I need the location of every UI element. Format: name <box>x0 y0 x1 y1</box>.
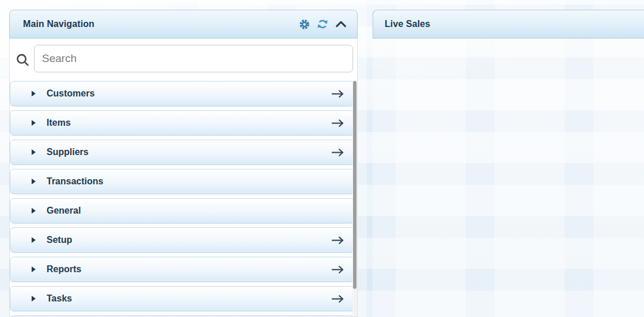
nav-item-label: Tasks <box>47 293 72 304</box>
search-icon <box>15 52 30 70</box>
caret-right-icon <box>32 237 36 243</box>
caret-right-icon <box>32 149 36 155</box>
nav-scrollbar-thumb[interactable] <box>353 81 356 289</box>
nav-item-items[interactable]: Items <box>10 110 354 136</box>
nav-item-general[interactable]: General <box>10 198 354 223</box>
caret-right-icon <box>32 208 36 214</box>
arrow-right-icon[interactable] <box>331 148 345 157</box>
caret-right-icon <box>32 120 36 126</box>
nav-item-label: General <box>47 206 81 216</box>
nav-item-setup[interactable]: Setup <box>10 227 354 253</box>
collapse-chevron-up-icon[interactable] <box>335 18 347 30</box>
nav-panel-body: Customers Items Suppliers <box>9 38 358 317</box>
arrow-right-icon[interactable] <box>331 294 345 304</box>
search-input[interactable] <box>34 45 353 72</box>
caret-right-icon <box>32 266 36 272</box>
nav-item-customers[interactable]: Customers <box>10 81 354 106</box>
nav-item-suppliers[interactable]: Suppliers <box>10 140 354 165</box>
live-panel-body <box>373 38 644 317</box>
nav-item-transactions[interactable]: Transactions <box>10 169 354 194</box>
nav-panel-header: Main Navigation <box>9 10 358 38</box>
live-panel-title: Live Sales <box>373 19 430 29</box>
arrow-right-icon[interactable] <box>331 265 345 275</box>
nav-scrollbar[interactable] <box>352 80 357 317</box>
refresh-icon[interactable] <box>316 18 329 30</box>
caret-right-icon <box>32 91 36 96</box>
nav-item-label: Customers <box>47 88 95 99</box>
nav-item-label: Setup <box>47 235 72 245</box>
nav-item-label: Suppliers <box>47 147 89 157</box>
nav-item-tasks[interactable]: Tasks <box>10 286 354 311</box>
nav-item-reports[interactable]: Reports <box>10 257 354 282</box>
caret-right-icon <box>32 179 36 184</box>
caret-right-icon <box>32 296 36 301</box>
nav-item-label: Items <box>47 118 71 128</box>
search-row <box>10 38 357 80</box>
nav-item-label: Reports <box>47 264 81 275</box>
nav-item-label: Transactions <box>47 176 103 187</box>
arrow-right-icon[interactable] <box>331 89 345 99</box>
arrow-right-icon[interactable] <box>331 235 345 245</box>
settings-gear-icon[interactable] <box>298 18 310 30</box>
nav-header-icons <box>298 18 357 30</box>
nav-panel-title: Main Navigation <box>10 19 94 29</box>
arrow-right-icon[interactable] <box>331 118 345 128</box>
live-panel-header: Live Sales <box>373 10 644 38</box>
nav-list: Customers Items Suppliers <box>10 81 354 317</box>
